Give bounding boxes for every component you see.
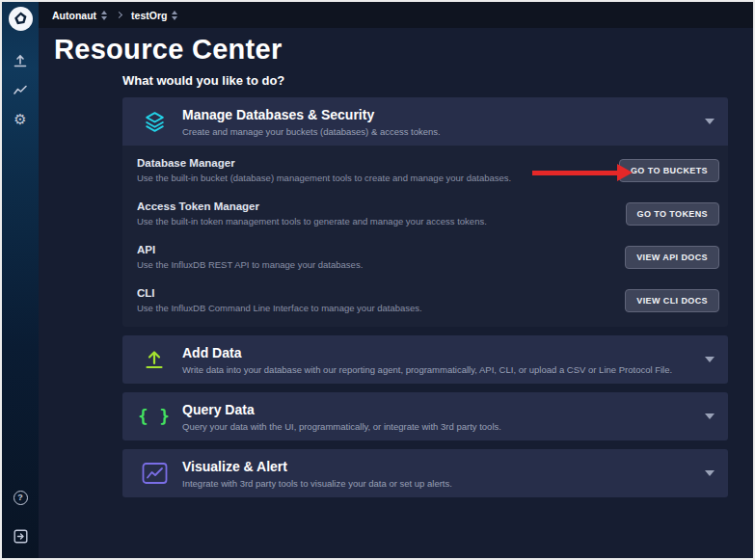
load-data-nav-icon[interactable] bbox=[7, 49, 34, 72]
chart-icon bbox=[132, 462, 176, 485]
caret-updown-icon bbox=[172, 11, 177, 20]
nav-sidebar: ⚙ ? bbox=[2, 2, 39, 558]
data-explorer-nav-icon[interactable] bbox=[7, 78, 34, 101]
main-area: Autonaut testOrg Resource Center What wo… bbox=[39, 2, 753, 558]
layers-icon bbox=[132, 110, 176, 134]
section-title: Query Data bbox=[182, 402, 693, 417]
page-subtitle: What would you like to do? bbox=[122, 73, 728, 88]
section-manage-databases: Manage Databases & Security Create and m… bbox=[122, 97, 728, 327]
item-description: Use the InfluxDB Command Line Interface … bbox=[137, 303, 613, 313]
resource-item-database-manager: Database Manager Use the built-in bucket… bbox=[122, 148, 728, 192]
section-description: Write data into your database with our r… bbox=[182, 364, 693, 375]
resource-item-cli: CLI Use the InfluxDB Command Line Interf… bbox=[122, 279, 728, 322]
caret-updown-icon bbox=[101, 11, 107, 20]
section-header-add-data[interactable]: Add Data Write data into your database w… bbox=[122, 335, 728, 384]
section-header-query-data[interactable]: { } Query Data Query your data with the … bbox=[122, 392, 728, 440]
question-mark-icon: ? bbox=[13, 491, 28, 505]
breadcrumb-separator-icon bbox=[116, 12, 122, 18]
help-nav-icon[interactable]: ? bbox=[7, 486, 34, 509]
item-description: Use the InfluxDB REST API to manage your… bbox=[137, 259, 613, 270]
go-to-buckets-button[interactable]: GO TO BUCKETS bbox=[619, 159, 719, 182]
settings-nav-icon[interactable]: ⚙ bbox=[7, 107, 34, 130]
section-add-data: Add Data Write data into your database w… bbox=[122, 335, 728, 384]
resource-center-content: What would you like to do? M bbox=[39, 73, 753, 506]
section-visualize-alert: Visualize & Alert Integrate with 3rd par… bbox=[122, 449, 728, 497]
section-description: Integrate with 3rd party tools to visual… bbox=[182, 478, 693, 489]
chevron-down-icon[interactable] bbox=[705, 413, 715, 419]
section-title: Add Data bbox=[182, 345, 693, 360]
logo-glyph bbox=[13, 11, 29, 27]
item-title: CLI bbox=[137, 287, 613, 299]
suborg-switcher[interactable]: testOrg bbox=[131, 10, 177, 21]
go-to-tokens-button[interactable]: GO TO TOKENS bbox=[626, 202, 719, 226]
section-query-data: { } Query Data Query your data with the … bbox=[122, 392, 728, 440]
item-title: API bbox=[137, 244, 613, 255]
chevron-down-icon[interactable] bbox=[705, 119, 715, 124]
section-description: Create and manage your buckets (database… bbox=[182, 126, 693, 137]
resource-item-access-token-manager: Access Token Manager Use the built-in to… bbox=[122, 192, 728, 235]
section-header-visualize[interactable]: Visualize & Alert Integrate with 3rd par… bbox=[122, 449, 728, 497]
braces-icon: { } bbox=[132, 407, 176, 426]
chevron-down-icon[interactable] bbox=[705, 470, 715, 476]
org-switcher[interactable]: Autonaut bbox=[52, 10, 107, 21]
feedback-nav-icon[interactable] bbox=[7, 524, 34, 547]
section-description: Query your data with the UI, programmati… bbox=[182, 421, 693, 432]
item-title: Database Manager bbox=[137, 157, 607, 169]
suborg-name: testOrg bbox=[131, 10, 167, 21]
item-description: Use the built-in bucket (database) manag… bbox=[137, 173, 607, 183]
section-title: Visualize & Alert bbox=[182, 459, 693, 474]
page-title: Resource Center bbox=[54, 34, 753, 66]
gear-icon: ⚙ bbox=[13, 112, 26, 126]
chevron-down-icon[interactable] bbox=[705, 357, 715, 362]
breadcrumb: Autonaut testOrg bbox=[39, 2, 753, 28]
item-title: Access Token Manager bbox=[137, 200, 614, 212]
section-header-manage[interactable]: Manage Databases & Security Create and m… bbox=[122, 97, 728, 146]
view-cli-docs-button[interactable]: VIEW CLI DOCS bbox=[625, 289, 719, 312]
org-name: Autonaut bbox=[52, 10, 96, 21]
sidebar-bottom-group: ? bbox=[7, 483, 34, 550]
influxdb-logo-icon[interactable] bbox=[9, 7, 33, 31]
view-api-docs-button[interactable]: VIEW API DOCS bbox=[625, 246, 719, 269]
item-description: Use the built-in token management tools … bbox=[137, 216, 614, 227]
section-body-manage: Database Manager Use the built-in bucket… bbox=[122, 146, 728, 327]
app-window: ⚙ ? Autonaut testOrg bbox=[0, 0, 755, 560]
upload-icon bbox=[132, 348, 176, 371]
section-title: Manage Databases & Security bbox=[182, 107, 693, 122]
resource-panel: Manage Databases & Security Create and m… bbox=[122, 97, 728, 497]
resource-item-api: API Use the InfluxDB REST API to manage … bbox=[122, 235, 728, 279]
